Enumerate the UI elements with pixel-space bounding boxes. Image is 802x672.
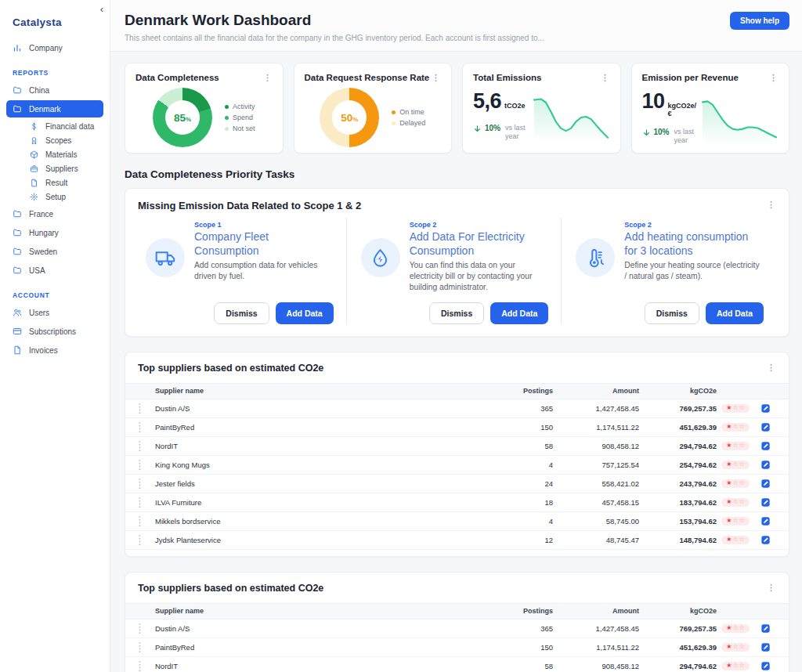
- sidebar-item-financial-data[interactable]: Financial data: [23, 119, 103, 133]
- rating-stars[interactable]: ★☆☆: [721, 643, 750, 652]
- edit-button[interactable]: [760, 623, 771, 634]
- legend-dot: [392, 121, 396, 125]
- legend-item: Not set: [225, 125, 255, 132]
- column-header: Postings: [490, 387, 553, 395]
- add-data-button[interactable]: Add Data: [706, 302, 764, 324]
- kebab-menu-icon[interactable]: [766, 583, 776, 593]
- task-scope-label: Scope 2: [410, 221, 549, 229]
- table-row: ILVA Furniture18457,458.15183,794.62★☆☆: [125, 493, 789, 512]
- task-title-link[interactable]: Company Fleet Consumption: [194, 230, 334, 258]
- award-icon: [30, 136, 38, 145]
- drag-handle-icon[interactable]: [138, 403, 155, 414]
- sidebar-item-denmark[interactable]: Denmark: [6, 100, 103, 117]
- drag-handle-icon[interactable]: [138, 641, 155, 653]
- sidebar-item-scopes[interactable]: Scopes: [23, 133, 103, 147]
- kpi-card-title: Total Emissions: [473, 73, 541, 82]
- dismiss-button[interactable]: Dismiss: [214, 302, 269, 324]
- edit-button[interactable]: [760, 460, 771, 470]
- sidebar-item-usa[interactable]: USA: [6, 262, 103, 279]
- sidebar-item-suppliers[interactable]: Suppliers: [23, 161, 103, 175]
- sidebar-item-company[interactable]: Company: [6, 39, 103, 56]
- kpi-cards-row: Data Completeness85%ActivitySpendNot set…: [125, 63, 789, 154]
- edit-button[interactable]: [760, 516, 771, 526]
- sidebar-item-materials[interactable]: Materials: [23, 147, 103, 161]
- task-title-link[interactable]: Add heating consumption for 3 locations: [624, 230, 764, 258]
- add-data-button[interactable]: Add Data: [276, 302, 334, 324]
- sidebar-item-invoices[interactable]: Invoices: [6, 341, 103, 359]
- dismiss-button[interactable]: Dismiss: [429, 302, 484, 324]
- drag-handle-icon[interactable]: [138, 440, 155, 452]
- sidebar-collapse-button[interactable]: ‹: [100, 4, 103, 14]
- sidebar-item-subscriptions[interactable]: Subscriptions: [6, 323, 103, 340]
- kebab-menu-button[interactable]: [766, 200, 776, 210]
- kgco2e-value: 294,794.62: [639, 442, 717, 450]
- rating-stars[interactable]: ★☆☆: [721, 624, 750, 633]
- star-outline-icon: ☆: [732, 499, 738, 505]
- sidebar-item-users[interactable]: Users: [6, 304, 103, 321]
- rating-stars[interactable]: ★☆☆: [721, 404, 750, 413]
- table-card-header: Top suppliers based on estimated CO2e: [125, 352, 789, 383]
- sidebar-item-setup[interactable]: Setup: [23, 190, 103, 204]
- postings-value: 4: [490, 461, 553, 469]
- task-title-link[interactable]: Add Data For Electricity Consumption: [410, 230, 549, 258]
- kebab-menu-icon[interactable]: [600, 73, 610, 83]
- drag-handle-icon[interactable]: [138, 515, 155, 527]
- sidebar-item-label: Suppliers: [45, 164, 78, 173]
- priority-card-header: Missing Emission Data Related to Scope 1…: [138, 200, 776, 211]
- drag-handle-icon[interactable]: [138, 623, 155, 634]
- edit-button[interactable]: [760, 642, 771, 652]
- drag-handle-icon[interactable]: [138, 534, 155, 546]
- drag-handle-icon[interactable]: [138, 660, 155, 672]
- rating-stars[interactable]: ★☆☆: [721, 662, 750, 670]
- sidebar-section-label: REPORTS: [13, 69, 97, 77]
- edit-button[interactable]: [760, 497, 771, 508]
- show-help-button[interactable]: Show help: [730, 12, 789, 30]
- edit-button[interactable]: [760, 661, 771, 671]
- rating-cell: ★☆☆: [717, 404, 754, 413]
- rating-cell: ★☆☆: [717, 479, 754, 488]
- dismiss-button[interactable]: Dismiss: [645, 302, 699, 324]
- edit-cell: [754, 535, 776, 545]
- star-outline-icon: ☆: [739, 424, 745, 430]
- kebab-menu-icon[interactable]: [768, 73, 779, 83]
- sidebar-item-result[interactable]: Result: [23, 175, 103, 190]
- edit-button[interactable]: [760, 403, 771, 414]
- drag-handle-icon[interactable]: [138, 497, 155, 508]
- rating-stars[interactable]: ★☆☆: [721, 423, 750, 432]
- rating-stars[interactable]: ★☆☆: [721, 461, 750, 469]
- supplier-name: Dustin A/S: [155, 624, 490, 633]
- edit-button[interactable]: [760, 422, 771, 432]
- folder-icon: [13, 266, 22, 275]
- sidebar-item-china[interactable]: China: [6, 81, 103, 99]
- star-filled-icon: ★: [726, 644, 732, 650]
- kgco2e-value: 183,794.62: [639, 498, 717, 507]
- rating-stars[interactable]: ★☆☆: [721, 479, 750, 488]
- drag-handle-icon[interactable]: [138, 459, 155, 471]
- chart-legend: On timeDelayed: [392, 108, 425, 127]
- table-title: Top suppliers based on estimated CO2e: [138, 583, 323, 594]
- sidebar-item-label: USA: [29, 266, 45, 275]
- kebab-menu-icon[interactable]: [431, 73, 441, 83]
- rating-stars[interactable]: ★☆☆: [721, 498, 750, 507]
- edit-button[interactable]: [760, 479, 771, 489]
- rating-stars[interactable]: ★☆☆: [721, 517, 750, 526]
- edit-cell: [754, 497, 776, 508]
- sidebar-item-hungary[interactable]: Hungary: [6, 224, 103, 241]
- kgco2e-value: 451,629.39: [639, 423, 717, 432]
- drag-handle-icon[interactable]: [138, 421, 155, 433]
- edit-button[interactable]: [760, 535, 771, 545]
- sidebar-item-label: Company: [29, 44, 63, 52]
- sidebar-item-france[interactable]: France: [6, 205, 103, 222]
- kgco2e-value: 769,257.35: [639, 624, 717, 633]
- add-data-button[interactable]: Add Data: [490, 302, 548, 324]
- donut-chart-body: 85%ActivitySpendNot set: [135, 88, 273, 147]
- rating-stars[interactable]: ★☆☆: [721, 442, 750, 450]
- supplier-name: PaintByRed: [155, 643, 490, 652]
- sidebar-item-sweden[interactable]: Sweden: [6, 243, 103, 260]
- rating-stars[interactable]: ★☆☆: [721, 536, 750, 544]
- drag-handle-icon[interactable]: [138, 478, 155, 490]
- edit-button[interactable]: [760, 441, 771, 451]
- kebab-menu-icon[interactable]: [766, 363, 776, 373]
- star-outline-icon: ☆: [739, 405, 745, 411]
- kebab-menu-icon[interactable]: [262, 73, 273, 83]
